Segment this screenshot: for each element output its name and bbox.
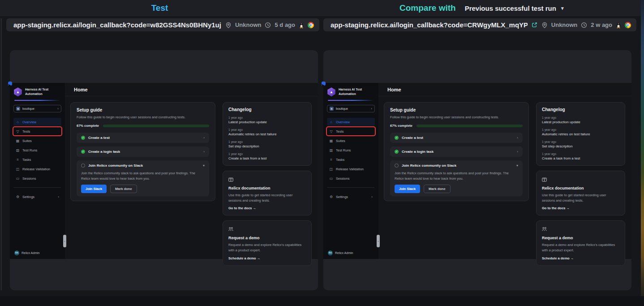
check-circle-icon: ✓ — [81, 136, 85, 140]
info-column: Changelog 1 year ago Latest production u… — [536, 102, 625, 266]
click-marker-icon — [8, 82, 12, 86]
sidebar-divider — [327, 187, 374, 188]
check-circle-icon: ✓ — [395, 150, 399, 154]
setup-items: ✓ Create a test › ✓ Create a login task … — [77, 133, 209, 196]
home-icon: ⌂ — [329, 120, 333, 124]
list-icon: ≡ — [16, 158, 20, 162]
external-link-icon[interactable] — [532, 22, 537, 28]
previous-step-edge — [0, 18, 2, 290]
app-main: Home Setup guide Follow this guide to be… — [65, 83, 318, 259]
sidebar-item-release-validation: ◫ Release Validation — [327, 165, 375, 173]
setup-guide-description: Follow this guide to begin recording use… — [390, 115, 523, 119]
sidebar-nav: ⌂ Overview ▽ Tests ▦ Suites ▥ Test Runs … — [13, 118, 61, 182]
clock-icon — [581, 22, 587, 28]
url-meta: Unknown 2 w ago — [541, 22, 631, 28]
chevron-right-icon: › — [203, 136, 205, 140]
slack-description: Join the Relicx community slack to ask q… — [395, 171, 518, 181]
compare-target-dropdown[interactable]: Previous successful test run ▾ — [465, 4, 564, 12]
url-bar-current: app-staging.relicx.ai/login_callback?cod… — [6, 18, 319, 31]
app-screenshot-content: ▲ Harness AI Test Automation B boutique … — [323, 83, 631, 259]
changelog-entry: 1 year ago Latest production update — [228, 116, 306, 124]
mark-done-button: Mark done — [424, 185, 451, 193]
app-main: Home Setup guide Follow this guide to be… — [378, 83, 631, 259]
sidebar-item-suites: ▦ Suites — [13, 137, 61, 145]
location-value: Unknown — [551, 22, 578, 28]
url-text[interactable]: app-staging.relicx.ai/login_callback?cod… — [13, 21, 221, 29]
sidebar-item-test-runs: ▥ Test Runs — [13, 146, 61, 154]
chevron-right-icon: › — [517, 150, 518, 154]
documentation-card: Relicx documentation Use this guide to g… — [536, 171, 625, 215]
book-icon — [228, 177, 233, 182]
changelog-entry: 1 year ago Latest production update — [542, 116, 619, 124]
progress-row: 67% complete — [77, 124, 209, 128]
request-demo-title: Request a demo — [228, 236, 306, 240]
setup-guide-card: Setup guide Follow this guide to begin r… — [70, 102, 215, 201]
people-icon — [228, 227, 233, 232]
project-selector: B boutique › — [13, 105, 61, 112]
setup-item-create-login-task: ✓ Create a login task › — [390, 147, 523, 157]
people-icon — [542, 227, 547, 232]
sidebar-item-release-validation: ◫ Release Validation — [13, 165, 61, 173]
current-run-title: Test — [0, 0, 319, 16]
harness-logo-icon: ▲ — [327, 87, 336, 96]
screenshot-current: ▲ Harness AI Test Automation B boutique … — [10, 83, 318, 259]
chevron-right-icon: › — [203, 150, 205, 154]
chevron-down-icon: ▾ — [516, 164, 518, 168]
sidebar-item-settings: ⚙ Settings › — [13, 193, 61, 201]
sidebar-item-tests-highlighted: ▽ Tests — [327, 127, 375, 135]
sidebar-item-overview: ⌂ Overview — [327, 118, 375, 126]
request-demo-title: Request a demo — [542, 236, 619, 240]
location-value: Unknown — [235, 22, 262, 28]
changelog-entry: 1 year ago Automatic retries on test fai… — [228, 128, 306, 136]
setup-column: Setup guide Follow this guide to begin r… — [70, 102, 215, 266]
harness-logo-icon: ▲ — [13, 87, 22, 96]
documentation-title: Relicx documentation — [228, 186, 306, 190]
url-bar-compare: app-staging.relicx.ai/login_callback?cod… — [323, 18, 636, 31]
video-icon: ▭ — [329, 177, 333, 181]
project-name: boutique — [336, 107, 348, 110]
gear-icon: ⚙ — [16, 195, 20, 199]
setup-column: Setup guide Follow this guide to begin r… — [384, 102, 529, 266]
sidebar-item-test-runs: ▥ Test Runs — [327, 146, 375, 154]
next-screenshot-edge — [641, 0, 644, 306]
columns-icon: ▥ — [329, 148, 333, 152]
gear-icon: ⚙ — [329, 195, 333, 199]
columns-icon: ▥ — [16, 148, 20, 152]
documentation-description: Use this guide to get started recording … — [542, 193, 619, 203]
url-text[interactable]: app-staging.relicx.ai/login_callback?cod… — [331, 21, 528, 29]
sidebar-collapse-handle: ‹ — [63, 235, 66, 247]
sidebar-item-settings: ⚙ Settings › — [327, 193, 375, 201]
flask-icon: ▽ — [329, 129, 333, 134]
request-demo-description: Request a demo and explore Relicx's capa… — [228, 242, 306, 253]
linux-os-icon — [616, 22, 621, 28]
documentation-card: Relicx documentation Use this guide to g… — [223, 171, 312, 215]
changelog-card: Changelog 1 year ago Latest production u… — [536, 102, 625, 166]
sidebar-nav: ⌂ Overview ▽ Tests ▦ Suites ▥ Test Runs … — [327, 118, 375, 182]
home-content: Setup guide Follow this guide to begin r… — [378, 96, 631, 266]
info-column: Changelog 1 year ago Latest production u… — [223, 102, 312, 266]
user-name: Relicx Admin — [335, 251, 353, 254]
flask-icon: ▽ — [16, 129, 20, 134]
request-demo-description: Request a demo and explore Relicx's capa… — [542, 242, 619, 253]
changelog-entry: 1 year ago Create a task from a test — [542, 152, 619, 160]
empty-circle-icon — [395, 164, 399, 168]
setup-guide-card: Setup guide Follow this guide to begin r… — [384, 102, 529, 201]
video-icon: ▭ — [16, 177, 20, 181]
check-circle-icon: ✓ — [81, 150, 85, 154]
request-demo-card: Request a demo Request a demo and explor… — [223, 220, 312, 265]
brand-name: Harness AI Test Automation — [25, 87, 48, 96]
chevron-down-icon: ▾ — [561, 5, 564, 11]
sidebar-item-suites: ▦ Suites — [327, 137, 375, 145]
compare-target-value: Previous successful test run — [465, 4, 556, 12]
chrome-browser-icon — [308, 22, 314, 28]
join-slack-button: Join Slack — [395, 185, 420, 193]
setup-item-create-test: ✓ Create a test › — [390, 133, 523, 143]
go-to-docs-link: Go to the docs → — [542, 206, 619, 210]
progress-row: 67% complete — [390, 124, 523, 128]
gradient-divider — [328, 100, 374, 101]
screenshot-panel-current: ▲ Harness AI Test Automation B boutique … — [10, 50, 318, 290]
documentation-description: Use this guide to get started recording … — [228, 193, 306, 203]
home-content: Setup guide Follow this guide to begin r… — [65, 96, 318, 266]
changelog-entry: 1 year ago Automatic retries on test fai… — [542, 128, 619, 136]
age-value: 2 w ago — [591, 22, 612, 28]
